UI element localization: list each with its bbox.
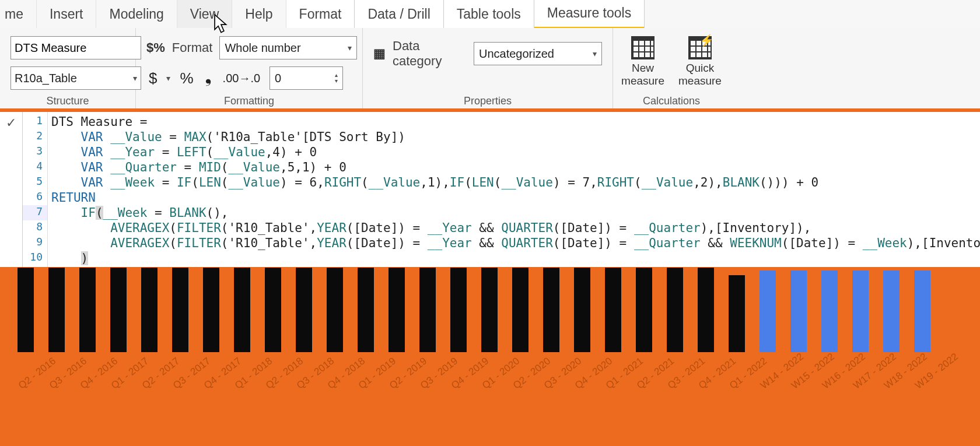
- quick-measure-line1: Quick: [686, 62, 715, 75]
- group-label-properties: Properties: [363, 95, 612, 108]
- decimal-value: 0: [275, 72, 281, 85]
- chevron-down-icon[interactable]: ▾: [166, 73, 170, 83]
- thousands-button[interactable]: ❟: [203, 69, 214, 87]
- chart-bar[interactable]: [141, 268, 158, 352]
- chart-bar[interactable]: [296, 268, 312, 352]
- chart-bar[interactable]: [914, 271, 930, 352]
- chart-bar[interactable]: [450, 268, 467, 352]
- chart-bar[interactable]: [110, 268, 127, 352]
- tab-format[interactable]: Format: [286, 0, 355, 28]
- home-table-select[interactable]: R10a_Table ▾: [10, 66, 141, 90]
- chart-bar[interactable]: [327, 268, 343, 352]
- line-gutter: 12345678910: [23, 112, 48, 271]
- bar-chart: Q2 - 2016Q3 - 2016Q4 - 2016Q1 - 2017Q2 -…: [0, 267, 980, 446]
- chart-bar[interactable]: [821, 271, 838, 352]
- data-category-select[interactable]: Uncategorized ▾: [474, 42, 602, 65]
- chart-bar[interactable]: [203, 268, 219, 352]
- percent-button[interactable]: %: [177, 69, 195, 87]
- data-category-label: Data category: [393, 38, 467, 69]
- spinner-buttons[interactable]: ▴▾: [335, 72, 338, 84]
- chart-bar[interactable]: [605, 268, 621, 352]
- group-label-structure: Structure: [0, 95, 135, 108]
- chart-bar[interactable]: [79, 268, 96, 352]
- format-select[interactable]: Whole number ▾: [219, 36, 357, 59]
- ribbon-tabs: me Insert Modeling View Help Format Data…: [0, 0, 980, 29]
- chart-bar[interactable]: [636, 268, 652, 352]
- decimal-shift-button[interactable]: .00→.0: [220, 72, 262, 85]
- chart-bar[interactable]: [265, 268, 281, 352]
- group-label-calculations: Calculations: [613, 95, 730, 108]
- measure-name-input[interactable]: [10, 36, 141, 59]
- new-measure-line1: New: [632, 62, 654, 75]
- commit-check-icon[interactable]: ✓: [0, 112, 23, 271]
- chart-bar[interactable]: [481, 268, 498, 352]
- chart-bar[interactable]: [698, 268, 714, 352]
- tab-table-tools[interactable]: Table tools: [444, 0, 534, 28]
- chart-bar[interactable]: [543, 268, 559, 352]
- chart-bar[interactable]: [667, 268, 683, 352]
- chart-bar[interactable]: [760, 271, 776, 352]
- chart-bar[interactable]: [419, 268, 436, 352]
- group-label-formatting: Formatting: [136, 95, 362, 108]
- tab-measure-tools[interactable]: Measure tools: [534, 0, 645, 29]
- chart-bar[interactable]: [790, 271, 807, 352]
- chart-bar[interactable]: [574, 268, 590, 352]
- chart-bar[interactable]: [883, 271, 900, 352]
- chart-bar[interactable]: [48, 268, 65, 352]
- tab-help[interactable]: Help: [232, 0, 286, 28]
- new-measure-button[interactable]: New measure: [621, 36, 664, 87]
- tab-data-drill[interactable]: Data / Drill: [355, 0, 443, 28]
- chart-bar[interactable]: [512, 268, 528, 352]
- calculator-icon: [631, 36, 654, 59]
- chevron-down-icon: ▾: [348, 43, 352, 52]
- formula-bar: ✓ 12345678910 DTS Measure = VAR __Value …: [0, 108, 980, 274]
- home-table-value: R10a_Table: [15, 72, 77, 85]
- chart-bar[interactable]: [18, 268, 34, 352]
- tab-modeling[interactable]: Modeling: [96, 0, 177, 28]
- calculator-bolt-icon: ⚡: [688, 36, 712, 59]
- tab-insert[interactable]: Insert: [37, 0, 97, 28]
- quick-measure-button[interactable]: ⚡ Quick measure: [678, 36, 722, 87]
- chart-bar[interactable]: [234, 268, 250, 352]
- axis-label: Q2 - 2016: [16, 363, 48, 391]
- currency-button[interactable]: $: [146, 69, 159, 87]
- data-category-value: Uncategorized: [479, 47, 554, 61]
- quick-measure-line2: measure: [678, 75, 722, 87]
- format-icon: $%: [146, 40, 165, 55]
- dax-editor[interactable]: DTS Measure = VAR __Value = MAX('R10a_Ta…: [48, 112, 980, 271]
- chart-bar[interactable]: [172, 268, 188, 352]
- chart-bar[interactable]: [388, 268, 405, 352]
- format-label: Format: [172, 40, 213, 55]
- tab-view[interactable]: View: [177, 0, 232, 28]
- decimal-places-spinner[interactable]: 0 ▴▾: [270, 66, 343, 90]
- format-value: Whole number: [225, 41, 300, 55]
- chart-bar[interactable]: [852, 271, 869, 352]
- chart-bar[interactable]: [729, 275, 745, 352]
- chevron-down-icon: ▾: [593, 49, 597, 58]
- tab-home[interactable]: me: [0, 0, 37, 28]
- chart-bar[interactable]: [358, 268, 374, 352]
- ribbon-body: R10a_Table ▾ Structure $% Format Whole n…: [0, 28, 980, 109]
- new-measure-line2: measure: [621, 75, 664, 87]
- data-category-icon: ▦: [373, 46, 386, 61]
